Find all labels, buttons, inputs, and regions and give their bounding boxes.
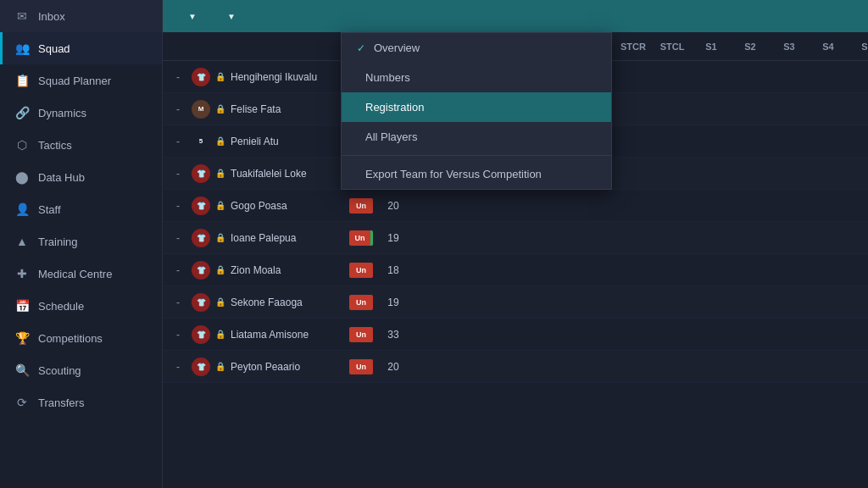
dash-indicator: - [170,71,186,83]
player-avatar: 👕 [192,164,210,183]
player-avatar: 👕 [192,229,210,247]
dropdown-item-registration[interactable]: Registration [342,92,611,122]
squad-planner-icon: 📋 [14,73,30,88]
player-avatar: 👕 [192,68,210,86]
top-nav: ▼ ▼ [163,0,868,32]
dash-indicator: - [170,136,186,147]
dash-indicator: - [170,232,186,244]
table-row[interactable]: - 👕 🔒 Sekone Faaoga Un 19 [163,286,868,319]
sidebar-item-label: Scouting [38,364,81,377]
sidebar-item-label: Squad Planner [38,75,111,87]
player-age: 19 [376,297,410,308]
inf-badge: Un [349,230,373,246]
inf-badge: Un [349,359,373,374]
table-row[interactable]: - 👕 🔒 Gogo Poasa Un 20 [163,190,868,222]
table-row[interactable]: - 👕 🔒 Zion Moala Un 18 [163,254,868,286]
player-info: - M 🔒 Felise Fata [163,100,349,119]
sidebar-item-tactics[interactable]: ⬡ Tactics [0,129,162,161]
international-chevron-icon: ▼ [227,12,236,21]
lock-icon: 🔒 [215,233,225,242]
competitions-icon: 🏆 [14,330,30,346]
sidebar-item-label: Competitions [38,332,103,345]
player-name: Penieli Atu [231,136,279,147]
medical-centre-icon: ✚ [14,266,30,281]
dash-indicator: - [170,103,186,115]
sidebar-item-label: Data Hub [38,171,85,184]
player-age: 19 [376,232,410,244]
sidebar-item-squad[interactable]: 👥 Squad [0,32,162,64]
sidebar-item-schedule[interactable]: 📅 Schedule [0,290,162,322]
table-row[interactable]: - 👕 🔒 Peyton Peaario Un 20 [163,351,868,383]
overview-chevron-icon: ▼ [188,12,197,21]
sidebar-item-data-hub[interactable]: ⬤ Data Hub [0,161,162,193]
col-header-stcl: STCL [653,42,692,52]
sidebar-item-squad-planner[interactable]: 📋 Squad Planner [0,64,162,97]
inf-badge: Un [349,327,373,342]
player-info: - 👕 🔒 Tuakifalelei Loke [163,164,349,183]
player-avatar: 👕 [192,358,210,376]
player-info: - 👕 🔒 Gogo Poasa [163,197,349,215]
check-icon: ✓ [357,42,365,54]
lock-icon: 🔒 [215,136,225,146]
overview-nav-btn[interactable]: ▼ [173,7,209,26]
international-nav-btn[interactable]: ▼ [212,7,248,26]
dropdown-item-label: Export Team for Versus Competition [365,168,542,180]
dropdown-item-label: Numbers [365,71,410,84]
inf-badge: Un [349,263,373,278]
player-avatar: 👕 [192,261,210,280]
sidebar-item-dynamics[interactable]: 🔗 Dynamics [0,97,162,129]
lock-icon: 🔒 [215,169,225,178]
dropdown-item-all-players[interactable]: All Players [342,122,611,152]
sidebar-item-label: Training [38,236,77,248]
dash-indicator: - [170,264,186,276]
player-avatar: 5 [192,132,210,151]
lock-icon: 🔒 [215,297,225,307]
player-name: Felise Fata [231,103,281,115]
lock-icon: 🔒 [215,265,225,274]
dropdown-item-numbers[interactable]: Numbers [342,63,611,92]
sidebar-item-competitions[interactable]: 🏆 Competitions [0,322,162,354]
player-name: Liatama Amisone [231,329,309,341]
transfers-icon: ⟳ [14,395,30,410]
col-header-stcr: STCR [614,42,653,52]
player-info: - 👕 🔒 Peyton Peaario [163,358,349,376]
table-row[interactable]: - 👕 🔒 Ioane Palepua Un 19 [163,222,868,254]
inf-badge: Un [349,295,373,310]
dynamics-icon: 🔗 [14,105,30,120]
dropdown-item-label: Registration [365,101,424,114]
lock-icon: 🔒 [215,72,225,81]
sidebar-item-training[interactable]: ▲ Training [0,225,162,258]
sidebar-item-label: Transfers [38,396,84,409]
player-age: 18 [376,264,410,276]
dash-indicator: - [170,297,186,308]
player-name: Sekone Faaoga [231,297,303,308]
player-age: 20 [376,361,410,373]
lock-icon: 🔒 [215,104,225,114]
schedule-icon: 📅 [14,298,30,313]
dropdown-item-export[interactable]: Export Team for Versus Competition [342,159,611,189]
col-header-s5: S5 [848,42,868,52]
player-info: - 👕 🔒 Hengihengi Ikuvalu [163,68,349,86]
overview-dropdown: ✓ Overview Numbers Registration All Play… [341,32,612,190]
player-name: Tuakifalelei Loke [231,168,307,180]
dash-indicator: - [170,329,186,341]
table-row[interactable]: - 👕 🔒 Liatama Amisone Un 33 [163,319,868,351]
sidebar-item-staff[interactable]: 👤 Staff [0,193,162,225]
sidebar-item-label: Dynamics [38,107,86,119]
sidebar-item-label: Squad [38,42,70,55]
dash-indicator: - [170,361,186,373]
sidebar-item-inbox[interactable]: ✉ Inbox [0,0,162,32]
sidebar-item-label: Inbox [38,10,65,23]
sidebar-item-transfers[interactable]: ⟳ Transfers [0,386,162,419]
scouting-icon: 🔍 [14,363,30,378]
lock-icon: 🔒 [215,201,225,210]
data-hub-icon: ⬤ [14,169,30,185]
player-avatar: 👕 [192,293,210,312]
lock-icon: 🔒 [215,362,225,371]
player-avatar: M [192,100,210,119]
sidebar-item-scouting[interactable]: 🔍 Scouting [0,354,162,386]
dropdown-item-overview[interactable]: ✓ Overview [342,33,611,63]
sidebar-item-medical-centre[interactable]: ✚ Medical Centre [0,258,162,290]
player-name: Zion Moala [231,264,281,276]
sidebar-item-label: Medical Centre [38,268,112,280]
